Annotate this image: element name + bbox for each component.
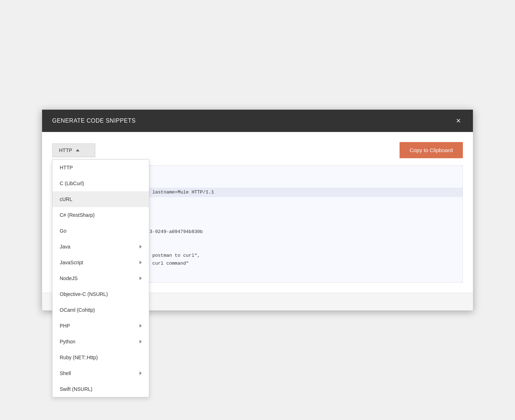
dropdown-item[interactable]: NodeJS: [53, 270, 149, 286]
submenu-arrow-icon: [140, 261, 142, 264]
dropdown-item-label: HTTP: [60, 165, 73, 170]
dropdown-item[interactable]: Go: [53, 223, 149, 239]
dropdown-item[interactable]: PHP: [53, 318, 149, 334]
dropdown-item-label: Shell: [60, 370, 71, 376]
dropdown-item-label: NodeJS: [60, 275, 78, 281]
dropdown-item[interactable]: Shell: [53, 365, 149, 381]
close-button[interactable]: ×: [454, 116, 463, 125]
dropdown-item[interactable]: Ruby (NET::Http): [53, 350, 149, 365]
submenu-arrow-icon: [140, 324, 142, 328]
dropdown-menu: HTTPC (LibCurl)cURLC# (RestSharp)GoJavaJ…: [52, 159, 149, 397]
dropdown-item-label: Python: [60, 339, 76, 344]
dropdown-item-label: Objective-C (NSURL): [60, 291, 108, 297]
dropdown-item-label: C (LibCurl): [60, 181, 84, 186]
dropdown-item[interactable]: Objective-C (NSURL): [53, 286, 149, 302]
dropdown-item[interactable]: OCaml (Cohttp): [53, 302, 149, 318]
modal-header: GENERATE CODE SNIPPETS ×: [42, 110, 473, 132]
submenu-arrow-icon: [140, 277, 142, 280]
dropdown-item-label: C# (RestSharp): [60, 212, 95, 218]
dropdown-item-label: Go: [60, 228, 67, 234]
dropdown-item[interactable]: cURL: [53, 191, 149, 207]
dropdown-item-label: Ruby (NET::Http): [60, 355, 98, 360]
language-label: HTTP: [59, 147, 72, 153]
language-dropdown-button[interactable]: HTTP: [52, 143, 95, 157]
dropdown-arrow-up-icon: [76, 149, 79, 151]
dropdown-item-label: Swift (NSURL): [60, 386, 92, 392]
copy-to-clipboard-button[interactable]: Copy to Clipboard: [400, 142, 463, 158]
modal-body: HTTP Copy to Clipboard HTTPC (LibCurl)cU…: [42, 132, 473, 292]
dropdown-item-label: Java: [60, 244, 70, 250]
dropdown-item[interactable]: Java: [53, 239, 149, 255]
dropdown-item[interactable]: HTTP: [53, 160, 149, 175]
dropdown-item[interactable]: C (LibCurl): [53, 175, 149, 191]
dropdown-item-label: cURL: [60, 196, 72, 202]
dropdown-item[interactable]: Swift (NSURL): [53, 381, 149, 397]
submenu-arrow-icon: [140, 340, 142, 343]
submenu-arrow-icon: [140, 245, 142, 248]
modal-title: GENERATE CODE SNIPPETS: [52, 118, 136, 124]
dropdown-item-label: PHP: [60, 323, 70, 329]
dropdown-item[interactable]: Python: [53, 334, 149, 350]
toolbar-row: HTTP Copy to Clipboard: [52, 142, 463, 158]
dropdown-item-label: OCaml (Cohttp): [60, 307, 95, 313]
submenu-arrow-icon: [140, 371, 142, 375]
dropdown-item[interactable]: C# (RestSharp): [53, 207, 149, 223]
dropdown-item[interactable]: JavaScript: [53, 255, 149, 270]
modal-container: GENERATE CODE SNIPPETS × HTTP Copy to Cl…: [42, 109, 473, 310]
dropdown-item-label: JavaScript: [60, 260, 83, 265]
